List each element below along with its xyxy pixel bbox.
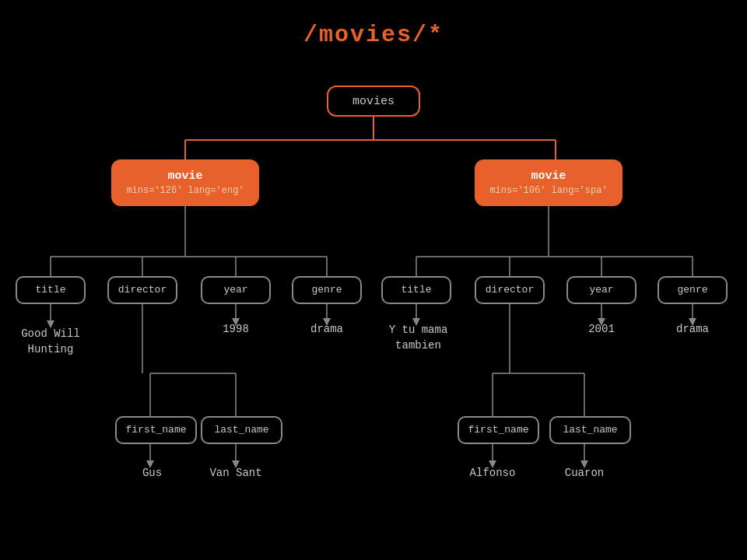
node-title-left: title (16, 276, 86, 304)
node-movie-1: movie mins='126' lang='eng' (111, 159, 259, 206)
movie1-attrs: mins='126' lang='eng' (126, 184, 244, 198)
node-root: movies (327, 86, 420, 117)
movie1-name: movie (167, 168, 202, 184)
node-year-left: year (201, 276, 271, 304)
node-genre-right: genre (658, 276, 728, 304)
node-firstname-left: first_name (115, 416, 197, 444)
value-year-left: 1998 (201, 323, 271, 335)
node-year-right: year (566, 276, 637, 304)
page-title: /movies/* (0, 22, 747, 48)
value-lastname-right: Cuaron (549, 467, 619, 479)
movie2-attrs: mins='106' lang='spa' (489, 184, 607, 198)
value-lastname-left: Van Sant (201, 467, 271, 479)
node-movie-2: movie mins='106' lang='spa' (475, 159, 622, 206)
node-director-right: director (475, 276, 545, 304)
node-lastname-right: last_name (549, 416, 631, 444)
value-title-right: Y tu mama tambien (381, 323, 455, 353)
node-title-right: title (381, 276, 451, 304)
value-firstname-right: Alfonso (458, 467, 528, 479)
node-director-left: director (107, 276, 177, 304)
movie2-name: movie (531, 168, 566, 184)
value-firstname-left: Gus (115, 467, 189, 479)
node-lastname-left: last_name (201, 416, 282, 444)
value-title-left: Good Will Hunting (16, 327, 86, 357)
value-genre-right: drama (658, 323, 728, 335)
node-firstname-right: first_name (458, 416, 539, 444)
value-year-right: 2001 (566, 323, 637, 335)
value-genre-left: drama (292, 323, 362, 335)
node-genre-left: genre (292, 276, 362, 304)
